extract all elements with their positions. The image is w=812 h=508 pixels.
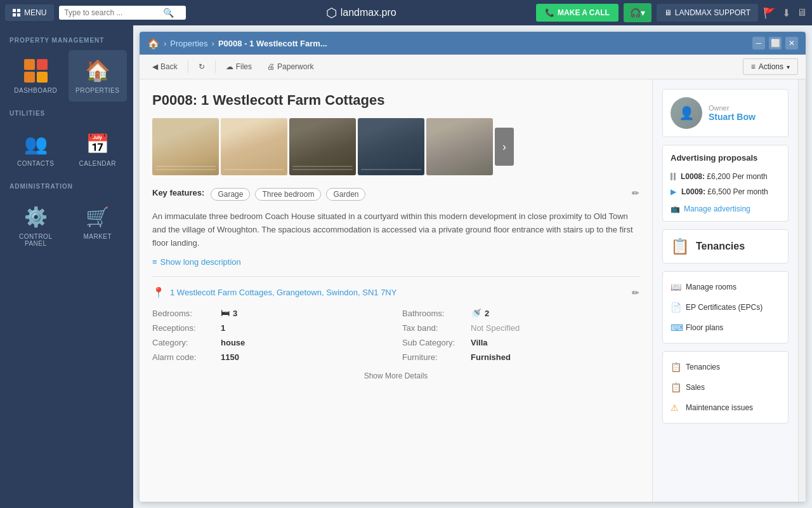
sidebar-item-dashboard[interactable]: DASHBOARD	[6, 50, 65, 102]
flag-icon[interactable]: 🚩	[763, 7, 776, 19]
refresh-icon: ↻	[199, 62, 205, 71]
tax-band-label: Tax band:	[402, 323, 466, 333]
ep-certificates-icon: 📄	[671, 302, 681, 312]
search-box: 🔍	[59, 6, 186, 20]
gallery-photo-3[interactable]	[289, 118, 356, 175]
files-button[interactable]: ☁ Files	[221, 60, 257, 74]
tenancies-icon: 📋	[671, 237, 690, 255]
sidebar-item-control-panel[interactable]: ⚙️ CONTROL PANEL	[6, 196, 65, 255]
search-input[interactable]	[64, 8, 159, 17]
sidebar-item-properties[interactable]: 🏠 PROPERTIES	[69, 50, 128, 102]
support-label: LANDMAX SUPPORT	[675, 8, 750, 17]
paperwork-label: Paperwork	[277, 62, 313, 71]
make-call-button[interactable]: 📞 MAKE A CALL	[536, 4, 619, 22]
receptions-label: Receptions:	[152, 323, 216, 333]
headphone-button[interactable]: 🎧▾	[624, 3, 652, 22]
tenancies-card[interactable]: 📋 Tenancies	[662, 229, 789, 264]
show-long-description-link[interactable]: ≡ Show long description	[152, 257, 639, 267]
owner-name-link[interactable]: Stuart Bow	[709, 112, 756, 122]
subcategory-row: Sub Category: Villa	[402, 338, 639, 347]
maintenance-link[interactable]: ⚠ Maintenance issues	[663, 398, 788, 418]
calendar-label: CALENDAR	[79, 160, 116, 167]
manage-advertising-icon: 📺	[671, 204, 680, 213]
subcategory-value: Villa	[471, 338, 488, 347]
property-id: P0008	[152, 92, 193, 108]
address-link[interactable]: 1 Westlecott Farm Cottages, Grangetown, …	[170, 288, 396, 297]
key-features-tags: Garage Three bedroom Garden	[211, 188, 625, 201]
property-management-grid: DASHBOARD 🏠 PROPERTIES	[0, 47, 133, 105]
calendar-icon: 📅	[85, 131, 110, 156]
furniture-row: Furniture: Furnished	[402, 352, 639, 362]
sidebar-item-contacts[interactable]: 👥 CONTACTS	[6, 123, 65, 175]
floor-plans-label: Floor plans	[686, 323, 723, 332]
monitor-icon[interactable]: 🖥	[797, 7, 807, 18]
sales-link[interactable]: 📋 Sales	[663, 377, 788, 398]
feature-tag-garage: Garage	[211, 188, 250, 201]
sidebar-item-market[interactable]: 🛒 MARKET	[69, 196, 128, 255]
gallery-photo-2[interactable]	[221, 118, 287, 175]
main-content: P0008: 1 Westlecott Farm Cottages	[140, 79, 652, 502]
bedrooms-row: Bedrooms: 🛏 3	[152, 308, 390, 318]
manage-rooms-link[interactable]: 📖 Manage rooms	[663, 277, 788, 297]
contacts-icon: 👥	[23, 131, 48, 156]
actions-button[interactable]: ≡ Actions ▾	[743, 58, 798, 75]
category-value: house	[221, 338, 245, 347]
properties-label: PROPERTIES	[75, 87, 119, 94]
window-scrollbar[interactable]	[798, 79, 806, 502]
breadcrumb-current: P0008 - 1 Westlecott Farm...	[218, 39, 327, 48]
gallery-photo-1[interactable]	[152, 118, 219, 175]
address-row: 📍 1 Westlecott Farm Cottages, Grangetown…	[152, 286, 639, 298]
utilities-label: UTILITIES	[0, 105, 133, 120]
advertising-item-l0009: ▶ L0009: £6,500 Per month	[671, 184, 780, 199]
show-more-details-button[interactable]: Show More Details	[152, 371, 639, 380]
minimize-button[interactable]: ─	[752, 37, 765, 50]
bedrooms-label: Bedrooms:	[152, 309, 216, 318]
download-icon[interactable]: ⬇	[782, 7, 790, 19]
menu-label: MENU	[24, 8, 46, 17]
sales-icon: 📋	[671, 382, 681, 392]
breadcrumb-properties-link[interactable]: Properties	[170, 39, 207, 48]
owner-avatar: 👤	[671, 97, 702, 129]
menu-button[interactable]: MENU	[5, 4, 54, 21]
refresh-button[interactable]: ↻	[193, 60, 210, 74]
key-features-label: Key features:	[152, 188, 204, 197]
tenancies2-link[interactable]: 📋 Tenancies	[663, 357, 788, 377]
logo: ⬡ landmax.pro	[191, 5, 531, 20]
sidebar-item-calendar[interactable]: 📅 CALENDAR	[69, 123, 128, 175]
floor-plans-link[interactable]: ⌨ Floor plans	[663, 318, 788, 338]
toolbar: ◀ Back ↻ ☁ Files 🖨 Paperwork ≡	[140, 55, 806, 79]
close-button[interactable]: ✕	[785, 37, 798, 50]
paperwork-button[interactable]: 🖨 Paperwork	[262, 60, 318, 74]
gallery-photo-4[interactable]	[358, 118, 424, 175]
edit-features-icon[interactable]: ✏	[632, 188, 639, 198]
ep-certificates-link[interactable]: 📄 EP Certificates (EPCs)	[663, 297, 788, 318]
tenancies2-icon: 📋	[671, 362, 681, 372]
right-panel: 👤 Owner Stuart Bow Advertising proposals	[652, 79, 798, 502]
bathrooms-number: 2	[485, 309, 489, 318]
gallery-photo-5[interactable]	[426, 118, 493, 175]
back-button[interactable]: ◀ Back	[147, 60, 183, 74]
support-button[interactable]: 🖥 LANDMAX SUPPORT	[657, 4, 758, 22]
topbar-icons: 🚩 ⬇ 🖥	[763, 7, 807, 19]
property-name: 1 Westlecott Farm Cottages	[201, 92, 384, 108]
bathrooms-label: Bathrooms:	[402, 309, 466, 318]
furniture-value: Furnished	[471, 352, 511, 362]
bath-icon: 🚿	[471, 308, 481, 318]
gallery-next-button[interactable]: ›	[495, 128, 514, 166]
sidebar: PROPERTY MANAGEMENT DASHBOARD 🏠 PROPERTI…	[0, 25, 133, 508]
administration-grid: ⚙️ CONTROL PANEL 🛒 MARKET	[0, 193, 133, 258]
window-titlebar: 🏠 › Properties › P0008 - 1 Westlecott Fa…	[140, 32, 806, 55]
owner-label: Owner	[709, 104, 756, 112]
property-title: P0008: 1 Westlecott Farm Cottages	[152, 92, 639, 109]
manage-advertising-link[interactable]: 📺 Manage advertising	[671, 204, 780, 213]
window-body: P0008: 1 Westlecott Farm Cottages	[140, 79, 806, 502]
print-icon: 🖨	[267, 62, 275, 71]
control-panel-label: CONTROL PANEL	[10, 233, 62, 247]
photo-gallery: ›	[152, 118, 639, 175]
administration-label: ADMINISTRATION	[0, 178, 133, 193]
phone-icon: 📞	[545, 8, 554, 17]
edit-address-icon[interactable]: ✏	[632, 288, 639, 298]
maximize-button[interactable]: ⬜	[769, 37, 782, 50]
receptions-row: Receptions: 1	[152, 323, 390, 333]
tenancies2-label: Tenancies	[686, 363, 720, 371]
